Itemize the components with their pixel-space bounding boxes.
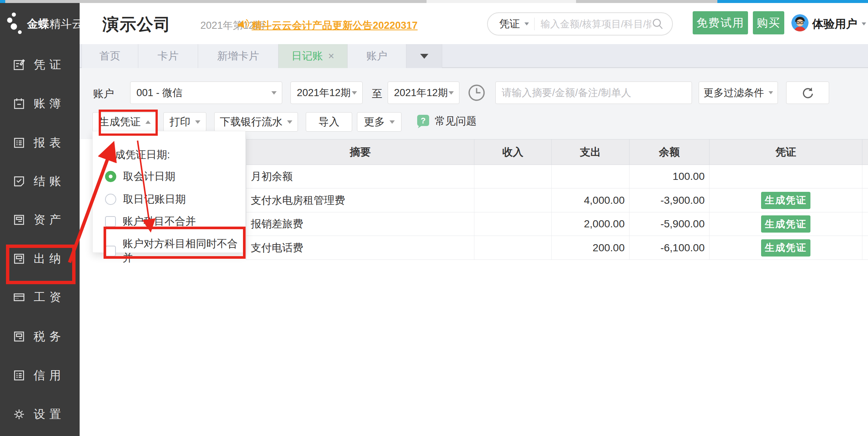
period-from-select[interactable]: 2021年12期	[290, 82, 363, 104]
avatar[interactable]	[791, 14, 809, 31]
buy-button[interactable]: 购买	[753, 11, 784, 34]
sidebar-item-salary[interactable]: 工资	[13, 289, 65, 306]
sidebar-item-label: 结账	[34, 174, 65, 189]
global-search-input[interactable]	[541, 18, 651, 30]
tax-icon	[13, 330, 25, 343]
clock-icon[interactable]	[468, 84, 486, 102]
faq-link[interactable]: ? 常见问题	[416, 114, 477, 129]
period-from-value: 2021年12期	[291, 86, 352, 99]
question-bubble-icon: ?	[416, 114, 430, 129]
chevron-down-icon	[352, 91, 357, 95]
sidebar-item-settings[interactable]: 设置	[13, 406, 65, 423]
refresh-button[interactable]	[786, 82, 829, 104]
chevron-down-icon	[769, 91, 773, 94]
column-header-expense[interactable]: 支出	[552, 139, 630, 165]
sidebar-item-report[interactable]: 报表	[13, 134, 65, 151]
report-icon	[13, 136, 25, 149]
sidebar-item-cashier[interactable]: 出纳	[13, 250, 65, 267]
company-name: 演示公司	[102, 13, 171, 36]
cell-balance: -5,900.00	[630, 212, 710, 236]
more-filters-button[interactable]: 更多过滤条件	[699, 82, 778, 104]
tab-account[interactable]: 账户	[348, 44, 406, 68]
cell-summary: 月初余额	[246, 165, 474, 188]
search-category[interactable]: 凭证	[499, 17, 520, 31]
app-screen: 金蝶精斗云 凭证 账簿 报表 结账	[0, 0, 868, 436]
checkbox-unchecked-icon[interactable]	[105, 216, 116, 227]
option-label: 账户对方科目相同时不合并	[123, 237, 245, 265]
sidebar-item-ledger[interactable]: 账簿	[13, 95, 65, 112]
sidebar-item-credit[interactable]: 信用	[13, 367, 65, 384]
option-label: 取日记账日期	[123, 192, 186, 206]
option-accounting-date[interactable]: 取会计日期	[105, 169, 175, 184]
cell-income	[474, 212, 552, 236]
magnifier-icon[interactable]	[651, 18, 664, 30]
free-trial-button[interactable]: 免费试用	[693, 11, 748, 34]
tab-card[interactable]: 卡片	[138, 44, 198, 68]
tab-home[interactable]: 首页	[81, 44, 138, 68]
option-journal-date[interactable]: 取日记账日期	[105, 192, 186, 206]
search-category-caret-icon[interactable]	[524, 22, 529, 25]
tab-new-card[interactable]: 新增卡片	[198, 44, 278, 68]
account-select-value: 001 - 微信	[130, 86, 271, 99]
chevron-down-icon	[287, 120, 292, 124]
user-menu-caret-icon[interactable]	[862, 22, 866, 25]
print-button[interactable]: 打印	[163, 112, 206, 132]
import-button[interactable]: 导入	[306, 112, 352, 132]
tab-label: 新增卡片	[217, 49, 259, 63]
sidebar-item-asset[interactable]: 资产	[13, 211, 65, 228]
option-no-merge-subject[interactable]: 账户科目不合并	[105, 214, 196, 228]
to-label: 至	[372, 87, 382, 101]
cell-spacer	[862, 165, 868, 188]
option-label: 取会计日期	[123, 169, 175, 184]
chevron-down-icon	[420, 54, 428, 59]
column-header-summary[interactable]: 摘要	[246, 139, 474, 165]
sidebar-item-label: 凭证	[34, 57, 65, 73]
closing-icon	[13, 175, 25, 188]
column-header-balance[interactable]: 余额	[630, 139, 710, 165]
tab-label: 日记账	[292, 49, 323, 63]
generate-voucher-button[interactable]: 生成凭证	[92, 112, 157, 132]
browser-strip-light-segment	[427, 0, 576, 3]
sidebar-item-closing[interactable]: 结账	[13, 173, 65, 190]
column-header-spacer	[862, 139, 868, 165]
tab-list-dropdown[interactable]	[406, 44, 442, 68]
column-header-voucher[interactable]: 凭证	[710, 139, 862, 165]
tab-close-icon[interactable]: ×	[328, 51, 334, 61]
more-actions-button[interactable]: 更多	[357, 112, 401, 132]
sidebar-item-label: 账簿	[34, 96, 65, 111]
announcement-link[interactable]: 精斗云云会计产品更新公告20220317	[252, 19, 418, 32]
settings-gear-icon	[13, 408, 25, 421]
cell-voucher: 生成凭证	[710, 188, 862, 212]
cell-voucher: 生成凭证	[710, 236, 862, 260]
kingdee-dots-logo	[6, 10, 25, 38]
chevron-down-icon	[271, 91, 277, 95]
global-search[interactable]: 凭证	[487, 12, 673, 36]
sidebar-item-label: 出纳	[34, 251, 65, 267]
sidebar-item-label: 设置	[34, 406, 65, 422]
more-label: 更多	[364, 115, 385, 129]
cell-income	[474, 188, 552, 212]
user-name[interactable]: 体验用户	[812, 16, 857, 32]
browser-strip-chip	[0, 0, 5, 3]
download-bank-statement-button[interactable]: 下载银行流水	[214, 112, 298, 132]
generate-voucher-row-button[interactable]: 生成凭证	[761, 192, 810, 209]
account-select[interactable]: 001 - 微信	[130, 82, 282, 104]
tab-journal-active[interactable]: 日记账 ×	[278, 44, 348, 68]
chevron-up-icon	[145, 120, 151, 124]
filter-area: 账户 001 - 微信 2021年12期 至 2021年12期 更多过滤条件	[80, 68, 868, 139]
generate-voucher-row-button[interactable]: 生成凭证	[761, 215, 810, 233]
cell-balance: 100.00	[630, 165, 710, 188]
journal-search-input[interactable]	[495, 82, 692, 104]
sidebar-item-label: 信用	[34, 368, 65, 383]
generate-voucher-label: 生成凭证	[99, 115, 141, 129]
asset-icon	[13, 214, 25, 226]
radio-checked-icon[interactable]	[105, 171, 116, 182]
sidebar-item-tax[interactable]: 税务	[13, 328, 65, 345]
column-header-income[interactable]: 收入	[474, 139, 552, 165]
generate-voucher-row-button[interactable]: 生成凭证	[761, 239, 810, 257]
checkbox-unchecked-icon[interactable]	[105, 246, 116, 257]
sidebar-item-voucher[interactable]: 凭证	[13, 56, 65, 73]
radio-unchecked-icon[interactable]	[105, 194, 116, 205]
option-no-merge-counterpart[interactable]: 账户对方科目相同时不合并	[105, 237, 245, 265]
period-to-select[interactable]: 2021年12期	[388, 82, 459, 104]
